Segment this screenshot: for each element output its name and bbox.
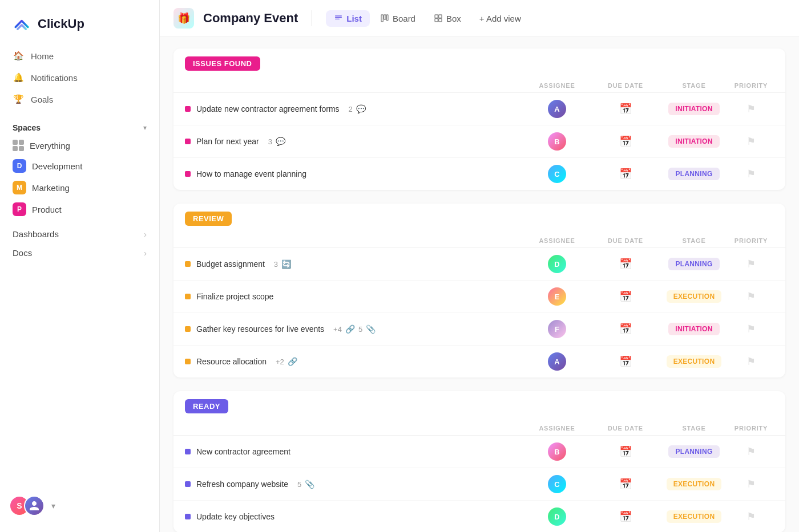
task-due-date[interactable]: 📅 [591,103,660,115]
task-meta: +2 🔗 [276,357,297,366]
task-stage: PLANNING [660,168,728,180]
tab-list[interactable]: List [326,10,370,27]
group-review-header: REVIEW [173,204,785,234]
group-issues-badge: ISSUES FOUND [185,56,260,71]
task-priority: ⚑ [728,103,774,115]
stage-badge: INITIATION [668,323,719,335]
calendar-icon: 📅 [619,135,632,148]
task-stage: EXECUTION [660,510,728,523]
table-row[interactable]: Plan for next year 3 💬 B 📅 INITIATION ⚑ [173,125,785,158]
task-priority: ⚑ [728,445,774,458]
table-row[interactable]: Budget assignment 3 🔄 D 📅 PLANNING ⚑ [173,248,785,281]
main-nav: 🏠 Home 🔔 Notifications 🏆 Goals [0,46,159,111]
board-icon [380,14,389,23]
table-row[interactable]: Resource allocation +2 🔗 A 📅 EXECUTION ⚑ [173,346,785,377]
task-due-date[interactable]: 📅 [591,168,660,180]
user-dropdown-arrow[interactable]: ▾ [51,501,55,510]
sidebar-item-goals[interactable]: 🏆 Goals [5,89,155,109]
home-icon: 🏠 [13,50,24,62]
comment-icon: 💬 [356,104,366,113]
svg-rect-4 [439,15,442,18]
task-due-date[interactable]: 📅 [591,135,660,148]
stage-badge: INITIATION [668,135,719,148]
spaces-section: Spaces ▾ Everything D Development M Mark… [0,111,159,222]
table-row[interactable]: New contractor agreement B 📅 PLANNING ⚑ [173,436,785,468]
task-name: Resource allocation [196,357,267,366]
sidebar-item-development[interactable]: D Development [5,155,155,177]
task-due-date[interactable]: 📅 [591,445,660,458]
col-task [185,82,523,89]
sidebar-item-notifications[interactable]: 🔔 Notifications [5,67,155,88]
task-name: Update key objectives [196,512,275,521]
task-assignee: D [523,507,591,526]
task-due-date[interactable]: 📅 [591,290,660,303]
goals-icon: 🏆 [13,94,24,105]
col-assignee-2: ASSIGNEE [523,237,591,244]
task-meta: +4 🔗 5 📎 [333,324,376,334]
task-dot [185,171,191,177]
bell-icon: 🔔 [13,72,24,83]
task-stage: EXECUTION [660,355,728,368]
sidebar-item-product[interactable]: P Product [5,198,155,220]
sidebar-item-dashboards[interactable]: Dashboards › [5,225,155,243]
flag-icon: ⚑ [746,445,756,458]
avatar: B [548,442,566,461]
task-name: Refresh company website [196,480,288,489]
sidebar-item-marketing[interactable]: M Marketing [5,177,155,198]
task-due-date[interactable]: 📅 [591,258,660,270]
spaces-header[interactable]: Spaces ▾ [5,120,155,136]
task-name: Finalize project scope [196,292,273,301]
main-content: 🎁 Company Event List Board Box + Add vie… [160,0,799,532]
task-priority: ⚑ [728,510,774,523]
col-assignee-1: ASSIGNEE [523,82,591,89]
task-dot [185,359,191,364]
task-priority: ⚑ [728,355,774,368]
table-row[interactable]: Gather key resources for live events +4 … [173,313,785,346]
group-ready-badge: READY [185,399,228,413]
table-row[interactable]: Update new contractor agreement forms 2 … [173,93,785,125]
stage-badge: EXECUTION [667,478,722,490]
tab-board-label: Board [393,14,415,23]
task-due-date[interactable]: 📅 [591,478,660,490]
task-due-date[interactable]: 📅 [591,355,660,368]
dashboards-label: Dashboards [13,229,59,239]
sidebar-item-home[interactable]: 🏠 Home [5,46,155,66]
tab-box[interactable]: Box [426,10,469,27]
calendar-icon: 📅 [619,355,632,368]
flag-icon: ⚑ [746,510,756,523]
table-row[interactable]: Finalize project scope E 📅 EXECUTION ⚑ [173,281,785,313]
project-icon: 🎁 [173,8,194,29]
logo[interactable]: ClickUp [0,9,159,46]
main-header: 🎁 Company Event List Board Box + Add vie… [160,0,799,37]
table-row[interactable]: How to manage event planning C 📅 PLANNIN… [173,158,785,190]
task-stage: INITIATION [660,103,728,115]
task-dot [185,106,191,112]
group-issues: ISSUES FOUND ASSIGNEE DUE DATE STAGE PRI… [173,48,785,190]
sidebar-item-everything[interactable]: Everything [5,136,155,155]
chevron-right-icon-2: › [144,248,147,258]
task-name: Update new contractor agreement forms [196,104,340,113]
add-view-button[interactable]: + Add view [471,10,529,27]
svg-rect-6 [439,19,442,22]
task-left: Finalize project scope [185,292,523,301]
table-row[interactable]: Update key objectives D 📅 EXECUTION ⚑ [173,501,785,532]
sidebar-footer: S ▾ [0,489,159,523]
sidebar-item-docs[interactable]: Docs › [5,243,155,262]
stage-badge: EXECUTION [667,510,722,523]
stage-badge: PLANNING [668,445,719,458]
task-stage: PLANNING [660,445,728,458]
tab-board[interactable]: Board [372,10,423,27]
table-row[interactable]: Refresh company website 5 📎 C 📅 EXECUTIO… [173,468,785,501]
user-avatars[interactable]: S [9,496,45,516]
task-due-date[interactable]: 📅 [591,510,660,523]
col-stage-1: STAGE [660,82,728,89]
group-issues-header: ISSUES FOUND [173,48,785,79]
group-review-columns: ASSIGNEE DUE DATE STAGE PRIORITY [173,234,785,248]
sidebar-item-everything-label: Everything [30,141,70,151]
col-stage-2: STAGE [660,237,728,244]
sidebar-item-goals-label: Goals [31,95,53,104]
avatar: B [548,132,566,151]
marketing-avatar: M [13,181,26,194]
task-due-date[interactable]: 📅 [591,323,660,335]
task-left: Gather key resources for live events +4 … [185,324,523,334]
